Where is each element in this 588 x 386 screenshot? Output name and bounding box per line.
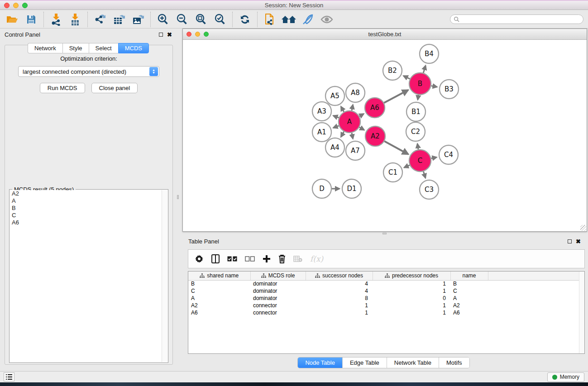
result-scrollbar[interactable]: [162, 190, 167, 362]
edge-A2-C[interactable]: [384, 141, 408, 154]
run-mcds-button[interactable]: Run MCDS: [40, 83, 85, 93]
import-network-icon[interactable]: [48, 12, 64, 27]
eye-icon[interactable]: [319, 12, 335, 27]
table-cell[interactable]: C: [188, 287, 250, 295]
table-cell[interactable]: 1: [373, 287, 450, 295]
float-panel-icon[interactable]: [159, 33, 163, 37]
open-folder-icon[interactable]: [5, 12, 20, 27]
network-file-icon[interactable]: [262, 12, 277, 27]
edge-B-B3[interactable]: [431, 86, 437, 87]
edge-A-A2[interactable]: [359, 127, 364, 130]
table-cell[interactable]: 1: [373, 302, 450, 309]
criterion-select[interactable]: largest connected component (directed) ▲…: [18, 66, 159, 77]
close-panel-icon[interactable]: ✖: [167, 33, 172, 37]
edge-A-A5[interactable]: [341, 107, 344, 112]
edge-A-A6[interactable]: [359, 114, 364, 116]
edge-B-B2[interactable]: [403, 76, 410, 79]
edge-B-B4[interactable]: [423, 66, 425, 73]
table-cell[interactable]: 1: [373, 280, 450, 287]
graph-node-C4[interactable]: C4: [439, 145, 458, 164]
graph-node-A5[interactable]: A5: [325, 86, 344, 105]
column-header-MCDS-role[interactable]: MCDS role: [250, 272, 306, 280]
zoom-in-icon[interactable]: [155, 12, 171, 27]
column-header-successor-nodes[interactable]: successor nodes: [306, 272, 373, 280]
columns-icon[interactable]: [211, 254, 220, 263]
table-cell[interactable]: connector: [250, 302, 306, 309]
node-table[interactable]: shared nameMCDS rolesuccessor nodesprede…: [188, 271, 585, 354]
refresh-layout-icon[interactable]: [237, 12, 253, 27]
task-history-icon[interactable]: [4, 372, 14, 381]
function-icon[interactable]: f(x): [310, 254, 323, 263]
mcds-result-list[interactable]: A2ABCA6: [10, 190, 162, 362]
graph-node-A3[interactable]: A3: [312, 102, 331, 121]
table-cell[interactable]: 0: [373, 295, 450, 302]
tab-edge-table[interactable]: Edge Table: [343, 357, 387, 368]
graph-node-A[interactable]: A: [339, 111, 360, 133]
tab-motifs[interactable]: Motifs: [439, 357, 469, 368]
close-table-panel-icon[interactable]: ✖: [576, 239, 581, 243]
tab-select[interactable]: Select: [89, 43, 118, 53]
graph-node-B2[interactable]: B2: [383, 61, 402, 80]
memory-button[interactable]: Memory: [547, 372, 584, 382]
gear-icon[interactable]: [195, 254, 204, 263]
graph-node-A7[interactable]: A7: [346, 141, 365, 160]
table-cell[interactable]: A: [188, 295, 250, 302]
table-cell[interactable]: dominator: [250, 280, 306, 287]
trash-icon[interactable]: [278, 254, 286, 263]
graph-node-B1[interactable]: B1: [406, 102, 425, 121]
graph-node-A1[interactable]: A1: [312, 123, 331, 142]
result-item[interactable]: A2: [10, 190, 162, 197]
graph-node-C3[interactable]: C3: [420, 180, 439, 199]
edge-A-A3[interactable]: [333, 116, 339, 118]
edge-A-A1[interactable]: [333, 126, 339, 128]
table-row[interactable]: Cdominator41C: [188, 287, 584, 295]
edge-A6-B[interactable]: [384, 90, 408, 103]
close-panel-button[interactable]: Close panel: [91, 83, 138, 93]
graph-node-B4[interactable]: B4: [420, 44, 439, 63]
float-table-panel-icon[interactable]: [568, 239, 572, 243]
table-cell[interactable]: 8: [306, 295, 373, 302]
edge-C-C2[interactable]: [417, 144, 418, 150]
edge-A-A8[interactable]: [352, 105, 353, 110]
horizontal-splitter[interactable]: [179, 232, 588, 235]
table-row[interactable]: Adominator80A: [188, 295, 584, 302]
table-cell[interactable]: 4: [306, 287, 373, 295]
graph-node-C[interactable]: C: [409, 150, 431, 172]
zoom-selected-icon[interactable]: [212, 12, 228, 27]
export-image-icon[interactable]: [130, 12, 146, 27]
save-icon[interactable]: [24, 12, 39, 27]
result-item[interactable]: B: [10, 205, 162, 212]
table-cell[interactable]: connector: [250, 309, 306, 316]
edge-C-C3[interactable]: [423, 172, 425, 178]
column-header-predecessor-nodes[interactable]: predecessor nodes: [373, 272, 450, 280]
table-cell[interactable]: B: [450, 280, 488, 287]
table-scrollbar[interactable]: [579, 272, 584, 353]
graph-node-A6[interactable]: A6: [365, 98, 385, 118]
table-cell[interactable]: A2: [188, 302, 250, 309]
network-window-titlebar[interactable]: testGlobe.txt: [183, 29, 587, 40]
table-row[interactable]: A2connector11A2: [188, 302, 584, 309]
zoom-out-icon[interactable]: [174, 12, 190, 27]
table-cell[interactable]: B: [188, 280, 250, 287]
graph-node-A2[interactable]: A2: [365, 126, 385, 146]
column-header-shared-name[interactable]: shared name: [188, 272, 250, 280]
add-icon[interactable]: [263, 255, 271, 263]
table-cell[interactable]: A6: [188, 309, 250, 316]
style-brush-icon[interactable]: [300, 12, 316, 27]
home-icon[interactable]: [281, 12, 296, 27]
table-row[interactable]: Bdominator41B: [188, 280, 584, 287]
table-cell[interactable]: A6: [450, 309, 488, 316]
edge-A-A4[interactable]: [341, 132, 344, 137]
graph-node-B[interactable]: B: [409, 73, 431, 95]
zoom-fit-icon[interactable]: [193, 12, 209, 27]
table-cell[interactable]: 1: [373, 309, 450, 316]
graph-node-A8[interactable]: A8: [346, 83, 365, 102]
table-cell[interactable]: 1: [306, 309, 373, 316]
table-cell[interactable]: C: [450, 287, 488, 295]
edge-B-B1[interactable]: [418, 95, 419, 100]
column-header-name[interactable]: name: [450, 272, 488, 280]
export-network-icon[interactable]: [92, 12, 108, 27]
result-item[interactable]: C: [10, 212, 162, 219]
result-item[interactable]: A: [10, 197, 162, 205]
table-cell[interactable]: A: [450, 295, 488, 302]
